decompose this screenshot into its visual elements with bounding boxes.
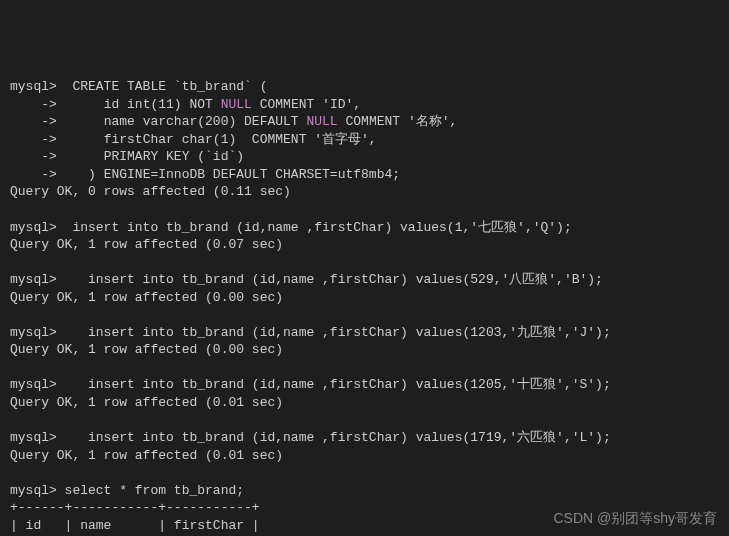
- terminal-line: mysql> insert into tb_brand (id,name ,fi…: [10, 429, 719, 447]
- terminal-line: -> PRIMARY KEY (`id`): [10, 148, 719, 166]
- terminal-text: Query OK, 1 row affected (0.07 sec): [10, 237, 283, 252]
- terminal-text: mysql> insert into tb_brand (id,name ,fi…: [10, 220, 572, 235]
- terminal-line: [10, 201, 719, 219]
- terminal-text: Query OK, 0 rows affected (0.11 sec): [10, 184, 291, 199]
- terminal-line: Query OK, 1 row affected (0.01 sec): [10, 447, 719, 465]
- terminal-line: mysql> insert into tb_brand (id,name ,fi…: [10, 271, 719, 289]
- terminal-line: [10, 306, 719, 324]
- terminal-text: -> ) ENGINE=InnoDB DEFAULT CHARSET=utf8m…: [10, 167, 400, 182]
- terminal-line: [10, 254, 719, 272]
- terminal-line: mysql> CREATE TABLE `tb_brand` (: [10, 78, 719, 96]
- terminal-line: Query OK, 1 row affected (0.00 sec): [10, 289, 719, 307]
- terminal-text: mysql> insert into tb_brand (id,name ,fi…: [10, 377, 611, 392]
- terminal-line: Query OK, 1 row affected (0.07 sec): [10, 236, 719, 254]
- terminal-output: mysql> CREATE TABLE `tb_brand` ( -> id i…: [10, 78, 719, 536]
- terminal-text: Query OK, 1 row affected (0.00 sec): [10, 342, 283, 357]
- terminal-text: -> id int(11) NOT: [10, 97, 221, 112]
- terminal-line: -> name varchar(200) DEFAULT NULL COMMEN…: [10, 113, 719, 131]
- terminal-text: Query OK, 1 row affected (0.01 sec): [10, 448, 283, 463]
- terminal-text: COMMENT '名称',: [338, 114, 458, 129]
- terminal-line: Query OK, 1 row affected (0.00 sec): [10, 341, 719, 359]
- terminal-text: NULL: [221, 97, 252, 112]
- terminal-text: COMMENT 'ID',: [252, 97, 361, 112]
- terminal-text: -> PRIMARY KEY (`id`): [10, 149, 244, 164]
- terminal-line: mysql> insert into tb_brand (id,name ,fi…: [10, 219, 719, 237]
- terminal-line: Query OK, 1 row affected (0.01 sec): [10, 394, 719, 412]
- terminal-line: [10, 359, 719, 377]
- terminal-text: mysql> select * from tb_brand;: [10, 483, 244, 498]
- terminal-text: mysql> insert into tb_brand (id,name ,fi…: [10, 430, 611, 445]
- terminal-text: mysql> CREATE TABLE `tb_brand` (: [10, 79, 267, 94]
- terminal-text: +------+-----------+-----------+: [10, 500, 260, 515]
- terminal-text: mysql> insert into tb_brand (id,name ,fi…: [10, 325, 611, 340]
- terminal-text: -> firstChar char(1) COMMENT '首字母',: [10, 132, 377, 147]
- terminal-line: mysql> insert into tb_brand (id,name ,fi…: [10, 324, 719, 342]
- terminal-line: mysql> select * from tb_brand;: [10, 482, 719, 500]
- terminal-text: -> name varchar(200) DEFAULT: [10, 114, 306, 129]
- terminal-text: Query OK, 1 row affected (0.00 sec): [10, 290, 283, 305]
- terminal-line: [10, 464, 719, 482]
- terminal-line: mysql> insert into tb_brand (id,name ,fi…: [10, 376, 719, 394]
- terminal-text: | id | name | firstChar |: [10, 518, 260, 533]
- terminal-text: NULL: [306, 114, 337, 129]
- watermark-text: CSDN @别团等shy哥发育: [553, 509, 717, 528]
- terminal-line: -> firstChar char(1) COMMENT '首字母',: [10, 131, 719, 149]
- terminal-text: mysql> insert into tb_brand (id,name ,fi…: [10, 272, 603, 287]
- terminal-line: Query OK, 0 rows affected (0.11 sec): [10, 183, 719, 201]
- terminal-text: Query OK, 1 row affected (0.01 sec): [10, 395, 283, 410]
- terminal-line: -> id int(11) NOT NULL COMMENT 'ID',: [10, 96, 719, 114]
- terminal-line: -> ) ENGINE=InnoDB DEFAULT CHARSET=utf8m…: [10, 166, 719, 184]
- terminal-line: [10, 412, 719, 430]
